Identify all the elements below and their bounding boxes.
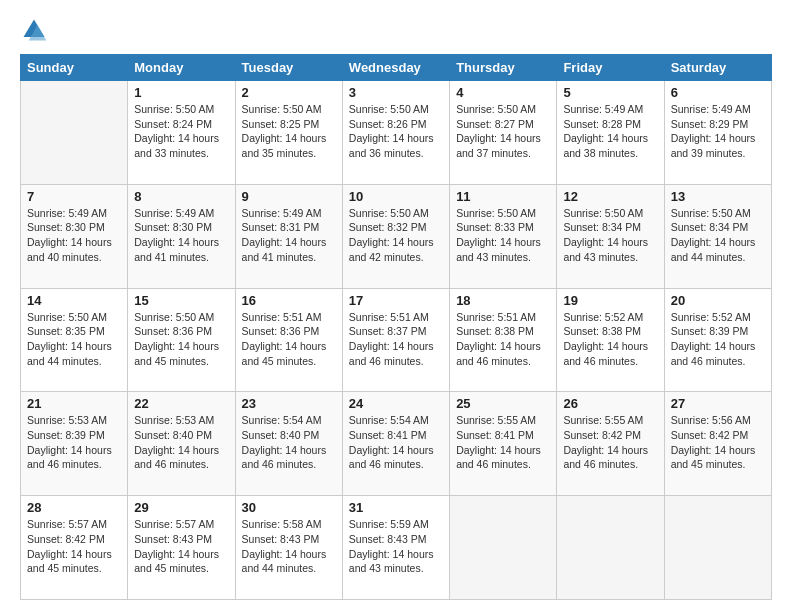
calendar-cell: 10Sunrise: 5:50 AMSunset: 8:32 PMDayligh… [342, 184, 449, 288]
calendar-cell: 24Sunrise: 5:54 AMSunset: 8:41 PMDayligh… [342, 392, 449, 496]
cell-content: Sunrise: 5:50 AMSunset: 8:32 PMDaylight:… [349, 206, 443, 265]
day-header-tuesday: Tuesday [235, 55, 342, 81]
day-header-monday: Monday [128, 55, 235, 81]
calendar-cell: 19Sunrise: 5:52 AMSunset: 8:38 PMDayligh… [557, 288, 664, 392]
cell-content: Sunrise: 5:50 AMSunset: 8:33 PMDaylight:… [456, 206, 550, 265]
calendar-header-row: SundayMondayTuesdayWednesdayThursdayFrid… [21, 55, 772, 81]
calendar-cell: 18Sunrise: 5:51 AMSunset: 8:38 PMDayligh… [450, 288, 557, 392]
cell-content: Sunrise: 5:52 AMSunset: 8:38 PMDaylight:… [563, 310, 657, 369]
day-number: 14 [27, 293, 121, 308]
calendar-table: SundayMondayTuesdayWednesdayThursdayFrid… [20, 54, 772, 600]
cell-content: Sunrise: 5:57 AMSunset: 8:42 PMDaylight:… [27, 517, 121, 576]
calendar-cell: 28Sunrise: 5:57 AMSunset: 8:42 PMDayligh… [21, 496, 128, 600]
day-number: 15 [134, 293, 228, 308]
cell-content: Sunrise: 5:52 AMSunset: 8:39 PMDaylight:… [671, 310, 765, 369]
calendar-cell: 11Sunrise: 5:50 AMSunset: 8:33 PMDayligh… [450, 184, 557, 288]
calendar-cell: 6Sunrise: 5:49 AMSunset: 8:29 PMDaylight… [664, 81, 771, 185]
cell-content: Sunrise: 5:59 AMSunset: 8:43 PMDaylight:… [349, 517, 443, 576]
calendar-cell: 1Sunrise: 5:50 AMSunset: 8:24 PMDaylight… [128, 81, 235, 185]
calendar-cell [557, 496, 664, 600]
calendar-cell: 12Sunrise: 5:50 AMSunset: 8:34 PMDayligh… [557, 184, 664, 288]
day-number: 4 [456, 85, 550, 100]
calendar-cell: 26Sunrise: 5:55 AMSunset: 8:42 PMDayligh… [557, 392, 664, 496]
cell-content: Sunrise: 5:54 AMSunset: 8:41 PMDaylight:… [349, 413, 443, 472]
calendar-cell: 31Sunrise: 5:59 AMSunset: 8:43 PMDayligh… [342, 496, 449, 600]
cell-content: Sunrise: 5:55 AMSunset: 8:42 PMDaylight:… [563, 413, 657, 472]
day-number: 16 [242, 293, 336, 308]
day-header-wednesday: Wednesday [342, 55, 449, 81]
day-number: 8 [134, 189, 228, 204]
day-number: 11 [456, 189, 550, 204]
cell-content: Sunrise: 5:50 AMSunset: 8:34 PMDaylight:… [671, 206, 765, 265]
calendar-cell: 25Sunrise: 5:55 AMSunset: 8:41 PMDayligh… [450, 392, 557, 496]
day-number: 25 [456, 396, 550, 411]
day-number: 17 [349, 293, 443, 308]
day-number: 30 [242, 500, 336, 515]
cell-content: Sunrise: 5:49 AMSunset: 8:30 PMDaylight:… [134, 206, 228, 265]
cell-content: Sunrise: 5:50 AMSunset: 8:24 PMDaylight:… [134, 102, 228, 161]
calendar-cell: 16Sunrise: 5:51 AMSunset: 8:36 PMDayligh… [235, 288, 342, 392]
day-number: 6 [671, 85, 765, 100]
cell-content: Sunrise: 5:54 AMSunset: 8:40 PMDaylight:… [242, 413, 336, 472]
day-header-sunday: Sunday [21, 55, 128, 81]
cell-content: Sunrise: 5:49 AMSunset: 8:29 PMDaylight:… [671, 102, 765, 161]
cell-content: Sunrise: 5:53 AMSunset: 8:40 PMDaylight:… [134, 413, 228, 472]
calendar-cell: 21Sunrise: 5:53 AMSunset: 8:39 PMDayligh… [21, 392, 128, 496]
calendar-cell: 5Sunrise: 5:49 AMSunset: 8:28 PMDaylight… [557, 81, 664, 185]
day-number: 27 [671, 396, 765, 411]
calendar-cell: 30Sunrise: 5:58 AMSunset: 8:43 PMDayligh… [235, 496, 342, 600]
day-header-friday: Friday [557, 55, 664, 81]
week-row-4: 28Sunrise: 5:57 AMSunset: 8:42 PMDayligh… [21, 496, 772, 600]
logo-icon [20, 16, 48, 44]
day-header-thursday: Thursday [450, 55, 557, 81]
day-number: 19 [563, 293, 657, 308]
cell-content: Sunrise: 5:50 AMSunset: 8:34 PMDaylight:… [563, 206, 657, 265]
page: SundayMondayTuesdayWednesdayThursdayFrid… [0, 0, 792, 612]
calendar-cell: 7Sunrise: 5:49 AMSunset: 8:30 PMDaylight… [21, 184, 128, 288]
calendar-cell: 2Sunrise: 5:50 AMSunset: 8:25 PMDaylight… [235, 81, 342, 185]
calendar-cell: 17Sunrise: 5:51 AMSunset: 8:37 PMDayligh… [342, 288, 449, 392]
day-number: 23 [242, 396, 336, 411]
calendar-cell: 20Sunrise: 5:52 AMSunset: 8:39 PMDayligh… [664, 288, 771, 392]
day-number: 2 [242, 85, 336, 100]
cell-content: Sunrise: 5:53 AMSunset: 8:39 PMDaylight:… [27, 413, 121, 472]
day-number: 31 [349, 500, 443, 515]
day-number: 9 [242, 189, 336, 204]
cell-content: Sunrise: 5:50 AMSunset: 8:35 PMDaylight:… [27, 310, 121, 369]
day-number: 26 [563, 396, 657, 411]
week-row-3: 21Sunrise: 5:53 AMSunset: 8:39 PMDayligh… [21, 392, 772, 496]
day-number: 5 [563, 85, 657, 100]
cell-content: Sunrise: 5:55 AMSunset: 8:41 PMDaylight:… [456, 413, 550, 472]
cell-content: Sunrise: 5:49 AMSunset: 8:30 PMDaylight:… [27, 206, 121, 265]
day-number: 10 [349, 189, 443, 204]
calendar-cell [664, 496, 771, 600]
calendar-cell: 8Sunrise: 5:49 AMSunset: 8:30 PMDaylight… [128, 184, 235, 288]
calendar-cell [21, 81, 128, 185]
day-number: 18 [456, 293, 550, 308]
day-number: 13 [671, 189, 765, 204]
week-row-0: 1Sunrise: 5:50 AMSunset: 8:24 PMDaylight… [21, 81, 772, 185]
calendar-cell: 9Sunrise: 5:49 AMSunset: 8:31 PMDaylight… [235, 184, 342, 288]
calendar-cell: 15Sunrise: 5:50 AMSunset: 8:36 PMDayligh… [128, 288, 235, 392]
calendar-cell: 3Sunrise: 5:50 AMSunset: 8:26 PMDaylight… [342, 81, 449, 185]
cell-content: Sunrise: 5:50 AMSunset: 8:27 PMDaylight:… [456, 102, 550, 161]
calendar-cell: 23Sunrise: 5:54 AMSunset: 8:40 PMDayligh… [235, 392, 342, 496]
logo [20, 16, 54, 44]
calendar-cell: 4Sunrise: 5:50 AMSunset: 8:27 PMDaylight… [450, 81, 557, 185]
cell-content: Sunrise: 5:56 AMSunset: 8:42 PMDaylight:… [671, 413, 765, 472]
day-number: 7 [27, 189, 121, 204]
cell-content: Sunrise: 5:49 AMSunset: 8:31 PMDaylight:… [242, 206, 336, 265]
day-number: 21 [27, 396, 121, 411]
cell-content: Sunrise: 5:57 AMSunset: 8:43 PMDaylight:… [134, 517, 228, 576]
cell-content: Sunrise: 5:51 AMSunset: 8:37 PMDaylight:… [349, 310, 443, 369]
calendar-cell: 13Sunrise: 5:50 AMSunset: 8:34 PMDayligh… [664, 184, 771, 288]
day-number: 1 [134, 85, 228, 100]
cell-content: Sunrise: 5:50 AMSunset: 8:25 PMDaylight:… [242, 102, 336, 161]
day-number: 28 [27, 500, 121, 515]
header [20, 16, 772, 44]
cell-content: Sunrise: 5:50 AMSunset: 8:26 PMDaylight:… [349, 102, 443, 161]
cell-content: Sunrise: 5:51 AMSunset: 8:36 PMDaylight:… [242, 310, 336, 369]
day-number: 12 [563, 189, 657, 204]
day-number: 3 [349, 85, 443, 100]
cell-content: Sunrise: 5:49 AMSunset: 8:28 PMDaylight:… [563, 102, 657, 161]
